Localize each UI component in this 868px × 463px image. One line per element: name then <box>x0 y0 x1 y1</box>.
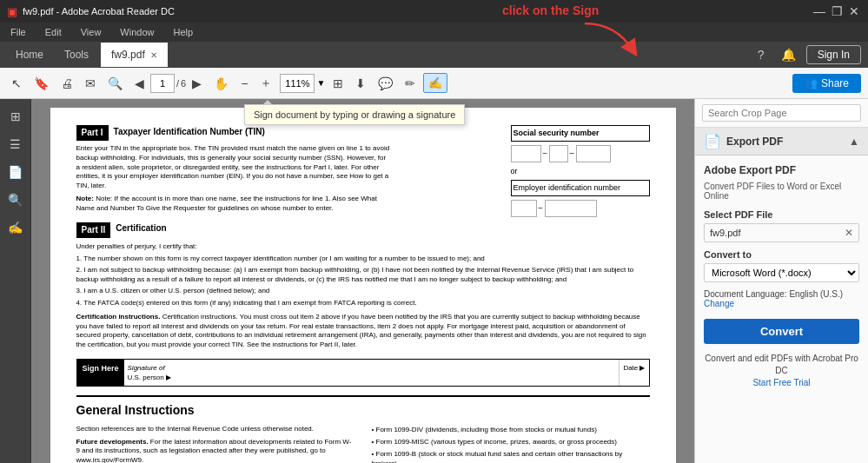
form-1099-b: • Form 1099-B (stock or stock mutual fun… <box>372 449 650 463</box>
general-left: Section references are to the Internal R… <box>76 425 354 463</box>
ssn-input-1[interactable] <box>511 145 541 162</box>
tab-bar: Home Tools fw9.pdf ✕ ? 🔔 Sign In <box>0 42 868 68</box>
convert-to-select[interactable]: Microsoft Word (*.docx) <box>704 263 859 282</box>
page-separator: / <box>176 78 179 89</box>
nav-next-button[interactable]: ▶ <box>188 74 206 93</box>
comment-icon: 💬 <box>378 76 393 90</box>
minimize-button[interactable]: — <box>812 4 826 18</box>
pointer-tool-button[interactable]: ✋ <box>209 74 233 93</box>
file-row: fw9.pdf ✕ <box>704 223 859 242</box>
window-title: fw9.pdf - Adobe Acrobat Reader DC <box>23 6 175 17</box>
nav-prev-button[interactable]: ◀ <box>130 74 149 93</box>
cert-list: 1. The number shown on this form is my c… <box>76 254 650 308</box>
close-button[interactable]: ✕ <box>847 4 861 18</box>
right-panel: 📄 Export PDF ▲ Adobe Export PDF Convert … <box>694 99 868 463</box>
date-label: Date ▶ <box>623 363 645 373</box>
ein-input-2[interactable] <box>545 200 597 217</box>
tab-file[interactable]: fw9.pdf ✕ <box>101 43 168 67</box>
convert-button[interactable]: Convert <box>704 319 859 344</box>
doc-lang-value: English (U.S.) <box>789 289 843 299</box>
sidebar-tools-button[interactable]: ⊞ <box>3 104 28 129</box>
menu-help[interactable]: Help <box>169 25 196 39</box>
export-pdf-header[interactable]: 📄 Export PDF ▲ <box>695 128 868 155</box>
zoom-in-button[interactable]: ＋ <box>255 73 276 94</box>
ein-dash: – <box>539 202 543 214</box>
cert-item-3: 3. I am a U.S. citizen or other U.S. per… <box>76 286 650 295</box>
ssn-label: Social security number <box>511 125 650 142</box>
sidebar-search-button[interactable]: 🔍 <box>3 188 28 212</box>
notification-button[interactable]: 🔔 <box>779 44 799 65</box>
zoom-out-text-button[interactable]: 🔍 <box>103 74 127 93</box>
sidebar-pages-button[interactable]: 📄 <box>3 160 28 184</box>
general-right: • Form 1099-DIV (dividends, including th… <box>372 425 650 463</box>
remove-file-button[interactable]: ✕ <box>845 227 853 239</box>
doc-lang-label: Document Language: <box>704 289 787 299</box>
bell-icon: 🔔 <box>781 48 796 62</box>
print-button[interactable]: 🖨 <box>56 74 77 93</box>
menu-file[interactable]: File <box>7 25 30 39</box>
zoom-out-icon: 🔍 <box>108 76 123 90</box>
sign-button[interactable]: ✍ <box>423 73 447 93</box>
form-1099-div: • Form 1099-DIV (dividends, including th… <box>372 425 650 434</box>
page-number-input[interactable] <box>150 74 175 93</box>
help-button[interactable]: ? <box>751 44 772 65</box>
sidebar-bookmarks-button[interactable]: ☰ <box>3 132 28 156</box>
search-icon: 🔍 <box>8 193 23 207</box>
ssn-input-2[interactable] <box>549 145 568 162</box>
part1-text: Enter your TIN in the appropriate box. T… <box>76 144 392 191</box>
general-text: Section references are to the Internal R… <box>76 425 354 434</box>
close-tab-icon[interactable]: ✕ <box>150 50 157 60</box>
chevron-up-icon: ▲ <box>849 136 859 148</box>
change-lang-link[interactable]: Change <box>704 299 734 308</box>
panel-body: Adobe Export PDF Convert PDF Files to Wo… <box>695 155 868 398</box>
pdf-content-area[interactable]: Social security number – – or Employer i… <box>31 99 694 463</box>
zoom-out-button[interactable]: − <box>236 74 252 93</box>
email-button[interactable]: ✉ <box>81 74 100 93</box>
sidebar-sign-button[interactable]: ✍ <box>3 215 28 240</box>
search-input[interactable] <box>702 104 861 122</box>
tab-home[interactable]: Home <box>7 43 52 67</box>
tab-file-label: fw9.pdf <box>111 49 145 61</box>
page-navigation: ◀ / 6 ▶ <box>130 74 206 93</box>
part1-section: Part I Taxpayer Identification Number (T… <box>76 125 392 214</box>
form-1099-misc: • Form 1099-MISC (various types of incom… <box>372 437 650 446</box>
pdf-icon: 📄 <box>704 133 721 149</box>
part2-label: Part II <box>76 222 111 238</box>
menu-edit[interactable]: Edit <box>42 25 65 39</box>
comment-button[interactable]: 💬 <box>374 74 397 93</box>
draw-button[interactable]: ✏ <box>401 74 420 93</box>
menu-view[interactable]: View <box>77 25 105 39</box>
sign-here-row: Sign Here Signature of U.S. person ▶ Dat… <box>76 359 650 387</box>
cursor-tool-button[interactable]: ↖ <box>7 74 26 93</box>
dash-1: – <box>543 148 547 159</box>
export-pdf-label: Export PDF <box>726 136 783 148</box>
restore-button[interactable]: ❐ <box>830 4 844 18</box>
tab-tools[interactable]: Tools <box>56 43 97 67</box>
ssn-ein-section: Social security number – – or Employer i… <box>511 125 650 221</box>
zoom-dropdown-icon[interactable]: ▼ <box>316 78 325 88</box>
download-button[interactable]: ⬇ <box>351 74 370 93</box>
zoom-controls: ▼ <box>280 74 325 93</box>
share-button[interactable]: 👥 Share <box>792 74 861 93</box>
ssn-input-row: – – <box>511 145 650 162</box>
right-panel-search <box>695 99 868 128</box>
fit-icon: ⊞ <box>333 76 343 90</box>
menu-window[interactable]: Window <box>116 25 157 39</box>
signin-button[interactable]: Sign In <box>806 45 861 64</box>
sign-label: Signature of <box>128 363 616 373</box>
left-sidebar: ⊞ ☰ 📄 🔍 ✍ <box>0 99 31 463</box>
date-field: Date ▶ <box>619 360 648 386</box>
bookmark-icon: 🔖 <box>34 76 49 90</box>
bookmark-button[interactable]: 🔖 <box>30 74 53 93</box>
ein-input-1[interactable] <box>511 200 537 217</box>
pen-icon: ✏ <box>405 76 415 90</box>
start-trial-link[interactable]: Start Free Trial <box>752 378 810 387</box>
menu-bar: File Edit View Window Help <box>0 23 868 42</box>
part2-section: Part II Certification Under penalties of… <box>76 222 650 350</box>
ssn-input-3[interactable] <box>576 145 611 162</box>
part1-note: Note: Note: If the account is in more th… <box>76 195 392 214</box>
sign-here-label: Sign Here <box>77 360 124 386</box>
fit-page-button[interactable]: ⊞ <box>328 74 348 93</box>
zoom-level-input[interactable] <box>280 74 315 93</box>
sign-button-container: ✍ Sign document by typing or drawing a s… <box>423 73 447 93</box>
